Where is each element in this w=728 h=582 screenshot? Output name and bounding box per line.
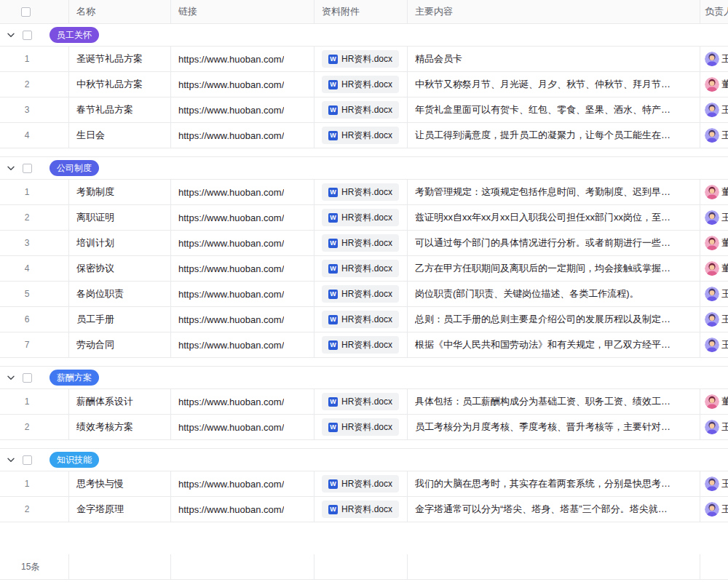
attachment-chip[interactable]: WHR资料.docx [322,76,399,93]
attachment-cell[interactable]: WHR资料.docx [314,205,408,230]
attachment-chip[interactable]: WHR资料.docx [322,50,399,68]
record-link[interactable]: https://www.huoban.com/ [178,238,284,249]
link-cell[interactable]: https://www.huoban.com/ [171,72,314,97]
content-cell[interactable]: 中秋节又称祭月节、月光诞、月夕、秋节、仲秋节、拜月节… [408,72,700,97]
group-badge[interactable]: 公司制度 [50,160,99,176]
name-cell[interactable]: 员工手册 [69,307,171,332]
link-cell[interactable]: https://www.huoban.com/ [171,205,314,230]
name-cell[interactable]: 离职证明 [69,205,171,230]
attachment-chip[interactable]: WHR资料.docx [322,336,399,354]
group-checkbox[interactable] [23,164,32,173]
content-cell[interactable]: 我们的大脑在思考时，其实存在着两套系统，分别是快思考… [408,471,700,496]
name-cell[interactable]: 金字塔原理 [69,497,171,522]
content-cell[interactable]: 乙方在甲方任职期间及离职后的一定期间，均会接触或掌握… [408,256,700,281]
record-link[interactable]: https://www.huoban.com/ [178,212,284,223]
record-link[interactable]: https://www.huoban.com/ [178,130,284,141]
record-link[interactable]: https://www.huoban.com/ [178,504,284,515]
attachment-cell[interactable]: WHR资料.docx [314,47,408,71]
record-link[interactable]: https://www.huoban.com/ [178,105,284,116]
name-cell[interactable]: 思考快与慢 [69,471,171,496]
record-link[interactable]: https://www.huoban.com/ [178,314,284,325]
link-cell[interactable]: https://www.huoban.com/ [171,389,314,414]
record-link[interactable]: https://www.huoban.com/ [178,289,284,300]
owner-cell[interactable]: 王 [700,47,728,71]
owner-cell[interactable]: 王 [700,97,728,122]
attachment-cell[interactable]: WHR资料.docx [314,123,408,148]
name-cell[interactable]: 生日会 [69,123,171,148]
link-cell[interactable]: https://www.huoban.com/ [171,180,314,204]
attachment-chip[interactable]: WHR资料.docx [322,311,399,328]
name-cell[interactable]: 培训计划 [69,231,171,255]
owner-cell[interactable]: 董 [700,72,728,97]
content-cell[interactable]: 员工考核分为月度考核、季度考核、晋升考核等，主要针对… [408,415,700,439]
chevron-down-icon[interactable] [7,33,15,38]
column-header-content[interactable]: 主要内容 [408,0,700,23]
content-cell[interactable]: 金字塔通常可以分为“塔尖、塔身、塔基”三个部分。塔尖就… [408,497,700,522]
group-checkbox[interactable] [23,31,32,40]
name-cell[interactable]: 中秋节礼品方案 [69,72,171,97]
owner-cell[interactable]: 王 [700,497,728,522]
owner-cell[interactable]: 王 [700,415,728,439]
attachment-chip[interactable]: WHR资料.docx [322,183,399,201]
attachment-chip[interactable]: WHR资料.docx [322,101,399,119]
attachment-cell[interactable]: WHR资料.docx [314,471,408,496]
attachment-cell[interactable]: WHR资料.docx [314,307,408,332]
content-cell[interactable]: 考勤管理规定：这项规定包括作息时间、考勤制度、迟到早… [408,180,700,204]
link-cell[interactable]: https://www.huoban.com/ [171,332,314,357]
chevron-down-icon[interactable] [7,375,15,380]
name-cell[interactable]: 考勤制度 [69,180,171,204]
content-cell[interactable]: 兹证明xx自xx年xx月xx日入职我公司担任xx部门xx岗位，至… [408,205,700,230]
column-header-owner[interactable]: 负责人 [700,0,728,23]
attachment-chip[interactable]: WHR资料.docx [322,209,399,226]
owner-cell[interactable]: 王 [700,332,728,357]
group-checkbox[interactable] [23,373,32,383]
owner-cell[interactable]: 王 [700,471,728,496]
name-cell[interactable]: 劳动合同 [69,332,171,357]
content-cell[interactable]: 总则：员工手册的总则主要是介绍公司的发展历程以及制定… [408,307,700,332]
attachment-chip[interactable]: WHR资料.docx [322,393,399,410]
link-cell[interactable]: https://www.huoban.com/ [171,471,314,496]
owner-cell[interactable]: 董 [700,180,728,204]
record-link[interactable]: https://www.huoban.com/ [178,79,284,90]
link-cell[interactable]: https://www.huoban.com/ [171,282,314,306]
attachment-cell[interactable]: WHR资料.docx [314,282,408,306]
content-cell[interactable]: 可以通过每个部门的具体情况进行分析。或者前期进行一些… [408,231,700,255]
content-cell[interactable]: 具体包括：员工薪酬构成分为基础工资、职务工资、绩效工… [408,389,700,414]
link-cell[interactable]: https://www.huoban.com/ [171,231,314,255]
link-cell[interactable]: https://www.huoban.com/ [171,497,314,522]
attachment-cell[interactable]: WHR资料.docx [314,497,408,522]
link-cell[interactable]: https://www.huoban.com/ [171,256,314,281]
attachment-cell[interactable]: WHR资料.docx [314,97,408,122]
content-cell[interactable]: 岗位职责(部门职责、关键岗位描述、各类工作流程)。 [408,282,700,306]
record-link[interactable]: https://www.huoban.com/ [178,422,284,433]
attachment-chip[interactable]: WHR资料.docx [322,260,399,277]
attachment-chip[interactable]: WHR资料.docx [322,501,399,518]
link-cell[interactable]: https://www.huoban.com/ [171,307,314,332]
attachment-cell[interactable]: WHR资料.docx [314,180,408,204]
attachment-chip[interactable]: WHR资料.docx [322,418,399,436]
owner-cell[interactable]: 王 [700,123,728,148]
link-cell[interactable]: https://www.huoban.com/ [171,123,314,148]
link-cell[interactable]: https://www.huoban.com/ [171,415,314,439]
attachment-chip[interactable]: WHR资料.docx [322,475,399,493]
column-header-name[interactable]: 名称 [69,0,171,23]
owner-cell[interactable]: 董 [700,389,728,414]
attachment-cell[interactable]: WHR资料.docx [314,332,408,357]
group-badge[interactable]: 员工关怀 [50,27,99,43]
owner-cell[interactable]: 王 [700,282,728,306]
record-link[interactable]: https://www.huoban.com/ [178,187,284,198]
group-checkbox[interactable] [23,455,32,465]
chevron-down-icon[interactable] [7,166,15,171]
attachment-chip[interactable]: WHR资料.docx [322,285,399,303]
owner-cell[interactable]: 王 [700,307,728,332]
owner-cell[interactable]: 董 [700,231,728,255]
group-badge[interactable]: 薪酬方案 [50,370,99,386]
column-header-link[interactable]: 链接 [171,0,314,23]
record-link[interactable]: https://www.huoban.com/ [178,54,284,65]
record-link[interactable]: https://www.huoban.com/ [178,340,284,351]
attachment-cell[interactable]: WHR资料.docx [314,415,408,439]
content-cell[interactable]: 根据《中华人民共和国劳动法》和有关规定，甲乙双方经平… [408,332,700,357]
column-header-attachment[interactable]: 资料附件 [314,0,408,23]
content-cell[interactable]: 让员工得到满意度，提升员工的凝聚力，让每个员工能生在… [408,123,700,148]
record-link[interactable]: https://www.huoban.com/ [178,396,284,407]
